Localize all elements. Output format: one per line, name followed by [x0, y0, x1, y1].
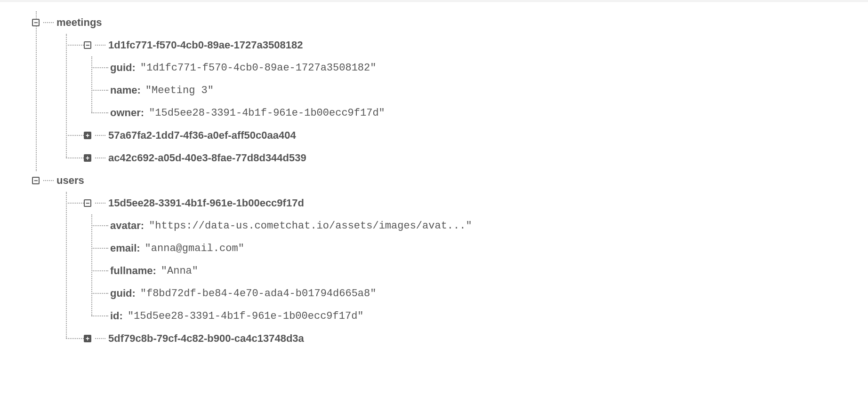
tree-connector-line: [91, 112, 108, 113]
leaf-value[interactable]: "15d5ee28-3391-4b1f-961e-1b00ecc9f17d": [149, 107, 385, 119]
node-label[interactable]: 5df79c8b-79cf-4c82-b900-ca4c13748d3a: [108, 332, 304, 345]
node-label-meetings[interactable]: meetings: [56, 16, 102, 29]
tree-node-meeting-0: 1d1fc771-f570-4cb0-89ae-1727a3508182 gui…: [62, 34, 840, 124]
tree-connector-line: [91, 293, 108, 294]
tree-connector-line: [91, 90, 108, 91]
node-label[interactable]: 57a67fa2-1dd7-4f36-a0ef-aff50c0aa404: [108, 129, 296, 142]
tree-connector-line: [91, 315, 108, 316]
leaf-value[interactable]: "1d1fc771-f570-4cb0-89ae-1727a3508182": [140, 62, 377, 74]
tree-connector-line: [91, 270, 108, 271]
tree-connector-line: [91, 225, 108, 226]
tree-node-users: users 15d5ee28-3391-4b1f-961e-1b00ecc9f1…: [32, 169, 840, 350]
tree-connector-line: [95, 45, 105, 46]
tree-leaf-id: id: "15d5ee28-3391-4b1f-961e-1b00ecc9f17…: [110, 305, 840, 327]
node-label[interactable]: 1d1fc771-f570-4cb0-89ae-1727a3508182: [108, 39, 303, 51]
collapse-icon[interactable]: [32, 19, 40, 26]
tree-children: avatar: "https://data-us.cometchat.io/as…: [88, 214, 840, 327]
tree-node-meeting-1: 57a67fa2-1dd7-4f36-a0ef-aff50c0aa404: [62, 124, 840, 147]
tree-connector-line: [95, 338, 105, 339]
leaf-key[interactable]: guid:: [110, 62, 136, 74]
leaf-value[interactable]: "f8bd72df-be84-4e70-ada4-b01794d665a8": [140, 288, 377, 300]
tree-connector-line: [66, 338, 84, 339]
tree-connector-line: [95, 158, 105, 158]
leaf-key[interactable]: guid:: [110, 287, 136, 300]
tree-node-meetings: meetings 1d1fc771-f570-4cb0-89ae-1727a35…: [32, 11, 840, 169]
leaf-key[interactable]: email:: [110, 242, 140, 254]
tree-leaf-email: email: "anna@gmail.com": [110, 237, 840, 260]
tree-leaf-fullname: fullname: "Anna": [110, 260, 840, 282]
node-label[interactable]: ac42c692-a05d-40e3-8fae-77d8d344d539: [108, 152, 306, 164]
node-label-users[interactable]: users: [56, 174, 84, 187]
leaf-key[interactable]: owner:: [110, 107, 144, 119]
tree-leaf-avatar: avatar: "https://data-us.cometchat.io/as…: [110, 214, 840, 237]
leaf-key[interactable]: id:: [110, 310, 123, 322]
expand-icon[interactable]: [84, 335, 91, 342]
leaf-value[interactable]: "15d5ee28-3391-4b1f-961e-1b00ecc9f17d": [128, 310, 364, 322]
leaf-key[interactable]: fullname:: [110, 265, 156, 277]
expand-icon[interactable]: [84, 154, 91, 162]
tree-connector-line: [95, 203, 105, 204]
tree-connector-line: [91, 214, 92, 316]
tree-connector-line: [91, 248, 108, 249]
leaf-value[interactable]: "anna@gmail.com": [145, 243, 244, 254]
expand-icon[interactable]: [84, 132, 91, 139]
tree-connector-line: [43, 180, 54, 181]
tree-connector-line: [91, 67, 108, 68]
database-tree-view: meetings 1d1fc771-f570-4cb0-89ae-1727a35…: [0, 2, 868, 359]
node-label[interactable]: 15d5ee28-3391-4b1f-961e-1b00ecc9f17d: [108, 197, 304, 209]
leaf-key[interactable]: avatar:: [110, 220, 144, 232]
tree-leaf-guid: guid: "f8bd72df-be84-4e70-ada4-b01794d66…: [110, 282, 840, 305]
leaf-key[interactable]: name:: [110, 84, 141, 96]
tree-children: guid: "1d1fc771-f570-4cb0-89ae-1727a3508…: [88, 56, 840, 124]
tree-node-user-0: 15d5ee28-3391-4b1f-961e-1b00ecc9f17d ava…: [62, 192, 840, 327]
leaf-value[interactable]: "Meeting 3": [145, 85, 214, 96]
tree-node-user-1: 5df79c8b-79cf-4c82-b900-ca4c13748d3a: [62, 327, 840, 350]
tree-connector-line: [91, 56, 92, 113]
tree-connector-line: [66, 135, 84, 136]
tree-leaf-name: name: "Meeting 3": [110, 79, 840, 102]
collapse-icon[interactable]: [84, 41, 91, 49]
tree-node-meeting-2: ac42c692-a05d-40e3-8fae-77d8d344d539: [62, 147, 840, 169]
tree-leaf-owner: owner: "15d5ee28-3391-4b1f-961e-1b00ecc9…: [110, 102, 840, 124]
tree-leaf-guid: guid: "1d1fc771-f570-4cb0-89ae-1727a3508…: [110, 56, 840, 79]
collapse-icon[interactable]: [84, 199, 91, 207]
collapse-icon[interactable]: [32, 177, 40, 184]
tree-connector-line: [43, 22, 54, 23]
tree-connector-line: [95, 135, 105, 136]
tree-connector-line: [66, 158, 84, 158]
leaf-value[interactable]: "https://data-us.cometchat.io/assets/ima…: [149, 220, 472, 232]
tree-connector-line: [66, 45, 84, 46]
leaf-value[interactable]: "Anna": [161, 265, 198, 277]
tree-connector-line: [66, 203, 84, 204]
